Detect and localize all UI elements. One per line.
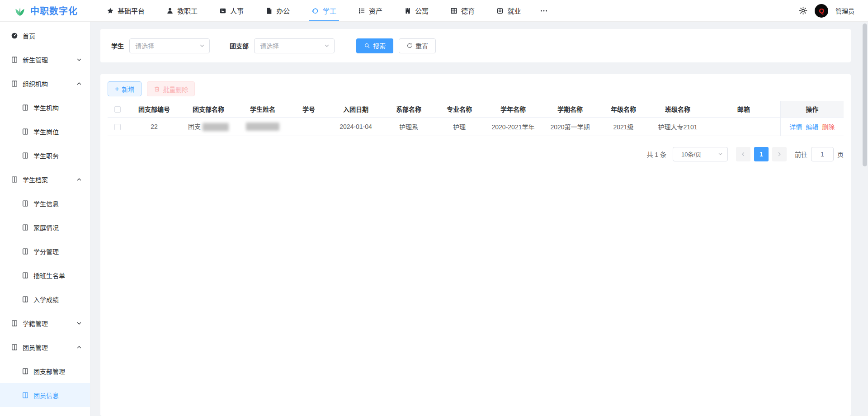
notebook-icon — [22, 392, 29, 399]
nav-employment[interactable]: 就业 — [486, 0, 532, 21]
person-icon — [166, 7, 174, 14]
grade-cell: 2021级 — [599, 117, 648, 136]
select-all-checkbox[interactable] — [114, 106, 121, 113]
sidebar-item-student-duty[interactable]: 学生职务 — [0, 143, 90, 167]
nav-label: 资产 — [369, 6, 382, 15]
column-header: 班级名称 — [648, 101, 707, 117]
notebook-icon — [22, 104, 29, 111]
student-name-cell — [236, 117, 289, 136]
sidebar-item-student-post[interactable]: 学生岗位 — [0, 119, 90, 143]
semester-cell: 2020第一学期 — [542, 117, 599, 136]
student-select[interactable]: 请选择 — [129, 38, 210, 53]
nav-label: 办公 — [276, 6, 290, 15]
next-page-button[interactable] — [772, 147, 787, 161]
sidebar-item-family-situation[interactable]: 家庭情况 — [0, 215, 90, 239]
sidebar-item-league-member-info[interactable]: 团员信息 — [0, 383, 90, 407]
league-member-table: 团支部编号 团支部名称 学生姓名 学号 入团日期 系部名称 专业名称 学年名称 … — [108, 101, 844, 136]
nav-apartment[interactable]: 公寓 — [393, 0, 439, 21]
navbar-right: Q 管理员 — [799, 4, 868, 18]
table-card: + 新增 批量删除 团支部编号 — [100, 74, 851, 416]
nav-staff[interactable]: 教职工 — [156, 0, 208, 21]
column-header-actions: 操作 — [780, 101, 844, 117]
join-date-cell: 2024-01-04 — [328, 117, 383, 136]
batch-delete-button[interactable]: 批量删除 — [147, 81, 195, 96]
student-icon — [311, 7, 319, 14]
column-header: 学号 — [289, 101, 328, 117]
notebook-icon — [22, 224, 29, 231]
chevron-up-icon — [76, 345, 82, 350]
chevron-down-icon — [718, 151, 723, 156]
notebook-icon — [22, 152, 29, 159]
sidebar-item-student-archive[interactable]: 学生档案 — [0, 167, 90, 191]
prev-page-button[interactable] — [736, 147, 750, 161]
sidebar-item-admission-score[interactable]: 入学成绩 — [0, 287, 90, 311]
sidebar-item-student-status-management[interactable]: 学籍管理 — [0, 311, 90, 335]
table-header-row: 团支部编号 团支部名称 学生姓名 学号 入团日期 系部名称 专业名称 学年名称 … — [108, 101, 844, 117]
chevron-right-icon — [777, 151, 782, 157]
chevron-down-icon — [199, 43, 205, 48]
class-cell: 护理大专2101 — [648, 117, 707, 136]
window-scrollbar-thumb[interactable] — [863, 24, 867, 166]
nav-moral-education[interactable]: 德育 — [439, 0, 486, 21]
notebook-icon — [22, 296, 29, 303]
delete-link[interactable]: 删除 — [822, 123, 835, 131]
pagination: 共 1 条 10条/页 1 前往 页 — [108, 147, 844, 161]
chevron-left-icon — [741, 151, 746, 157]
list-tree-icon — [358, 7, 365, 14]
nav-label: 就业 — [507, 6, 521, 15]
student-no-cell — [289, 117, 328, 136]
sidebar-item-transfer-student-list[interactable]: 插班生名单 — [0, 263, 90, 287]
sidebar-item-league-member-analysis[interactable]: 团员数据分析 — [0, 407, 90, 416]
settings-gear-icon[interactable] — [799, 6, 807, 15]
page-size-select[interactable]: 10条/页 — [673, 147, 728, 161]
nav-label: 基础平台 — [118, 6, 145, 15]
column-header: 年级名称 — [599, 101, 648, 117]
chevron-down-icon — [76, 321, 82, 326]
grid-icon — [450, 7, 458, 14]
nav-student-affairs[interactable]: 学工 — [301, 0, 347, 21]
user-avatar[interactable]: Q — [815, 4, 828, 18]
add-button[interactable]: + 新增 — [108, 81, 142, 96]
column-header: 系部名称 — [383, 101, 434, 117]
goto-page-input[interactable] — [811, 147, 834, 161]
nav-label: 教职工 — [177, 6, 198, 15]
year-cell: 2020-2021学年 — [485, 117, 542, 136]
column-header: 学年名称 — [485, 101, 542, 117]
sidebar-item-home[interactable]: 首页 — [0, 24, 90, 47]
page-number-button[interactable]: 1 — [754, 147, 769, 161]
sidebar-item-freshman-management[interactable]: 新生管理 — [0, 47, 90, 71]
detail-link[interactable]: 详情 — [789, 123, 802, 131]
sidebar-item-league-branch-management[interactable]: 团支部管理 — [0, 359, 90, 383]
column-header: 学期名称 — [542, 101, 599, 117]
picture-icon — [219, 7, 226, 14]
nav-hr[interactable]: 人事 — [208, 0, 255, 21]
search-button[interactable]: 搜索 — [356, 38, 393, 53]
top-navbar: 中职数字化 基础平台 教职工 人事 办公 学工 资产 公寓 — [0, 0, 868, 22]
username-label[interactable]: 管理员 — [835, 6, 854, 15]
table-row: 22 团支 2024-01-04 护理系 护理 2020-2021学年 2020… — [108, 117, 844, 136]
league-branch-select[interactable]: 请选择 — [254, 38, 335, 53]
chevron-up-icon — [76, 177, 82, 182]
sidebar-item-organization[interactable]: 组织机构 — [0, 71, 90, 95]
column-header: 团支部名称 — [181, 101, 236, 117]
notebook-icon — [11, 344, 18, 351]
nav-base-platform[interactable]: 基础平台 — [96, 0, 156, 21]
nav-office[interactable]: 办公 — [255, 0, 301, 21]
notebook-icon — [11, 80, 18, 87]
nav-more-button[interactable] — [532, 0, 556, 21]
row-checkbox[interactable] — [114, 124, 121, 130]
dept-cell: 护理系 — [383, 117, 434, 136]
sidebar-item-student-org[interactable]: 学生机构 — [0, 95, 90, 119]
trash-icon — [154, 86, 160, 92]
sidebar-item-league-member-management[interactable]: 团员管理 — [0, 335, 90, 359]
notebook-icon — [22, 368, 29, 375]
sidebar-item-credit-management[interactable]: 学分管理 — [0, 239, 90, 263]
redacted-text — [203, 123, 229, 131]
reset-button[interactable]: 重置 — [399, 38, 436, 53]
nav-assets[interactable]: 资产 — [347, 0, 393, 21]
sprout-logo-icon — [14, 5, 26, 17]
edit-link[interactable]: 编辑 — [806, 123, 818, 131]
app-logo[interactable]: 中职数字化 — [0, 4, 90, 17]
sidebar-item-student-info[interactable]: 学生信息 — [0, 191, 90, 215]
target-icon — [496, 7, 504, 14]
